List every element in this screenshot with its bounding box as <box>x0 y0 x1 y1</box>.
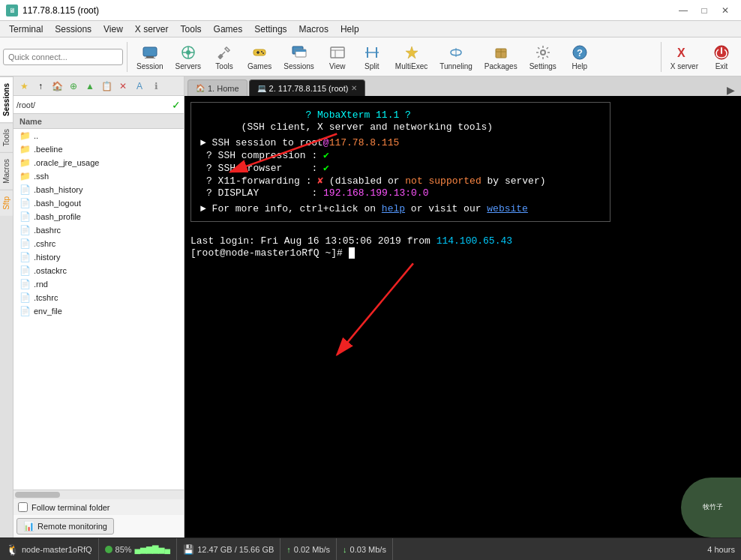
file-item-tcshrc[interactable]: 📄 .tcshrc <box>14 291 184 304</box>
path-input[interactable] <box>16 100 169 109</box>
info-check2: ? SSH-browser : ✔ <box>206 162 601 174</box>
col-name: Name <box>20 117 42 126</box>
menu-terminal[interactable]: Terminal <box>3 22 49 36</box>
info-session-host: 117.78.8.115 <box>329 137 400 148</box>
menu-help[interactable]: Help <box>334 22 365 36</box>
tunneling-icon <box>447 43 465 61</box>
file-item-bash-logout[interactable]: 📄 .bash_logout <box>14 196 184 210</box>
menu-games[interactable]: Games <box>208 22 249 36</box>
toolbar-exit[interactable]: Exit <box>705 39 738 75</box>
terminal-area: 🏠 1. Home 💻 2. 117.78.8.115 (root) ✕ ▶ ?… <box>184 76 741 538</box>
toolbar-packages-label: Packages <box>484 62 518 70</box>
file-item-rnd[interactable]: 📄 .rnd <box>14 277 184 291</box>
menu-macros[interactable]: Macros <box>293 22 334 36</box>
minimize-button[interactable]: — <box>674 3 693 18</box>
vtab-sftp[interactable]: Sftp <box>0 190 13 216</box>
toolbar-sessions[interactable]: Sessions <box>278 39 320 75</box>
toolbar-multiexec[interactable]: MultiExec <box>390 39 433 75</box>
file-icon: 📄 <box>20 198 31 208</box>
fb-bottom: Follow terminal folder 📊 Remote monitori… <box>14 490 184 538</box>
multiexec-icon <box>403 43 421 61</box>
follow-folder-checkbox[interactable] <box>18 502 28 512</box>
svg-point-14 <box>262 52 264 54</box>
file-item-oracle[interactable]: 📁 .oracle_jre_usage <box>14 156 184 169</box>
fb-btn-copy[interactable]: 📋 <box>99 79 114 94</box>
close-button[interactable]: ✕ <box>716 3 735 18</box>
toolbar-packages[interactable]: Packages <box>479 39 523 75</box>
fb-btn-home[interactable]: 🏠 <box>50 79 64 94</box>
tab-ssh-label: 2. 117.78.8.115 (root) <box>269 84 349 93</box>
file-item-beeline[interactable]: 📁 .beeline <box>14 142 184 156</box>
file-item-bashrc[interactable]: 📄 .bashrc <box>14 223 184 237</box>
menu-view[interactable]: View <box>98 22 129 36</box>
toolbar-tools[interactable]: Tools <box>208 39 241 75</box>
file-item-ssh[interactable]: 📁 .ssh <box>14 169 184 183</box>
menu-settings[interactable]: Settings <box>248 22 292 36</box>
file-browser-toolbar: ★ ↑ 🏠 ⊕ ▲ 📋 ✕ A ℹ <box>14 76 184 96</box>
fb-btn-properties[interactable]: ℹ <box>148 79 164 94</box>
maximize-button[interactable]: □ <box>694 3 714 18</box>
folder-icon: 📁 <box>20 171 31 181</box>
website-link[interactable]: website <box>487 203 528 214</box>
menu-xserver[interactable]: X server <box>129 22 175 36</box>
menu-tools[interactable]: Tools <box>175 22 208 36</box>
toolbar-split[interactable]: Split <box>356 39 388 75</box>
toolbar-xserver[interactable]: X X server <box>665 39 704 75</box>
help-icon: ? <box>571 43 589 61</box>
path-bar: ✓ <box>14 96 184 114</box>
menu-sessions[interactable]: Sessions <box>49 22 98 36</box>
fb-scrollbar[interactable] <box>14 490 184 499</box>
info-check4: ? DISPLAY : 192.168.199.13:0.0 <box>206 187 601 199</box>
file-item-history[interactable]: 📄 .history <box>14 250 184 264</box>
folder-icon: 📁 <box>20 144 31 154</box>
file-item-bash-history[interactable]: 📄 .bash_history <box>14 183 184 196</box>
fb-btn-rename[interactable]: A <box>132 79 147 94</box>
quick-connect-input[interactable] <box>8 52 118 61</box>
file-item-dotdot[interactable]: 📁 .. <box>14 129 184 142</box>
file-item-name: env_file <box>34 307 62 316</box>
status-download: ↓ 0.03 Mb/s <box>337 538 393 560</box>
vtab-macros[interactable]: Macros <box>0 152 13 190</box>
tab-new-button[interactable]: ▶ <box>724 84 738 96</box>
fb-btn-refresh[interactable]: ★ <box>16 79 32 94</box>
file-icon: 📄 <box>20 292 31 303</box>
file-item-name: .bash_profile <box>34 212 81 221</box>
file-item-env-file[interactable]: 📄 env_file <box>14 304 184 318</box>
file-item-ostackrc[interactable]: 📄 .ostackrc <box>14 264 184 277</box>
toolbar-tunneling[interactable]: Tunneling <box>434 39 478 75</box>
toolbar-sessions-label: Sessions <box>284 62 314 70</box>
vtab-sessions[interactable]: Sessions <box>0 76 13 122</box>
info-title: ? MobaXterm 11.1 ? <box>200 109 411 121</box>
toolbar-view[interactable]: View <box>321 39 354 75</box>
vtab-tools[interactable]: Tools <box>0 122 13 152</box>
status-cpu: 85% ▄▅▆▇▅▄ <box>99 538 178 560</box>
file-item-name: .cshrc <box>34 239 56 248</box>
fb-btn-newfolder[interactable]: ⊕ <box>66 79 81 94</box>
toolbar-tools-label: Tools <box>215 62 232 70</box>
toolbar-servers[interactable]: Servers <box>170 39 206 75</box>
toolbar: Session Servers Tools Games Sessions Vie… <box>0 37 741 76</box>
menu-bar: Terminal Sessions View X server Tools Ga… <box>0 21 741 37</box>
packages-icon <box>492 43 510 61</box>
help-link[interactable]: help <box>382 203 405 214</box>
file-item-name: .rnd <box>34 280 48 289</box>
status-hostname: 🐧 node-master1oRfQ <box>0 538 99 560</box>
tab-ssh[interactable]: 💻 2. 117.78.8.115 (root) ✕ <box>249 79 366 96</box>
file-icon: 📄 <box>20 225 31 235</box>
file-item-bash-profile[interactable]: 📄 .bash_profile <box>14 210 184 223</box>
toolbar-session[interactable]: Session <box>131 39 169 75</box>
terminal[interactable]: ? MobaXterm 11.1 ? (SSH client, X server… <box>184 96 741 538</box>
toolbar-help[interactable]: ? Help <box>563 39 596 75</box>
fb-btn-up[interactable]: ↑ <box>33 79 48 94</box>
file-item-cshrc[interactable]: 📄 .cshrc <box>14 237 184 250</box>
tab-home[interactable]: 🏠 1. Home <box>188 79 248 96</box>
remote-monitoring-button[interactable]: 📊 Remote monitoring <box>16 518 114 535</box>
follow-folder-label: Follow terminal folder <box>32 503 110 512</box>
fb-btn-upload[interactable]: ▲ <box>82 79 98 94</box>
toolbar-games[interactable]: Games <box>242 39 277 75</box>
fb-btn-delete[interactable]: ✕ <box>116 79 130 94</box>
toolbar-settings[interactable]: Settings <box>524 39 562 75</box>
tab-close-btn[interactable]: ✕ <box>351 84 357 92</box>
status-disk: 💾 12.47 GB / 15.66 GB <box>177 538 280 560</box>
svg-rect-18 <box>331 47 344 58</box>
